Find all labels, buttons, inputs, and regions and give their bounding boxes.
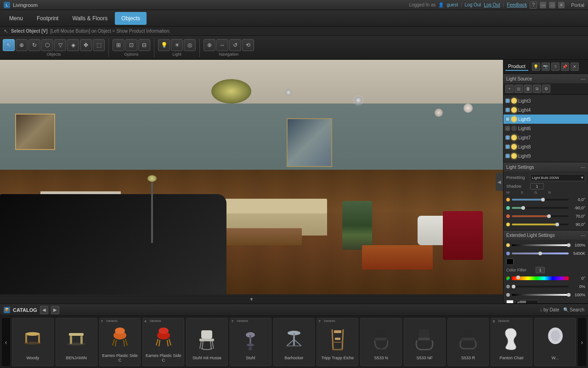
light-item-light8[interactable]: I Light8	[503, 142, 588, 151]
viewport[interactable]: ◀ ▼	[0, 60, 503, 304]
extended-light-collapse[interactable]: —	[581, 233, 585, 238]
light-settings-header[interactable]: Light Settings —	[503, 162, 588, 172]
tool8[interactable]: ⬚	[93, 39, 105, 51]
light-item-light9[interactable]: I Light9	[503, 151, 588, 161]
light2[interactable]: ☀	[171, 39, 183, 51]
light3[interactable]: ◎	[184, 39, 196, 51]
light-item-light7[interactable]: I Light7	[503, 133, 588, 142]
slider-thumb-1[interactable]	[541, 198, 545, 201]
light1[interactable]: 💡	[158, 39, 170, 51]
light-delete[interactable]: 🗑	[524, 85, 532, 93]
catalog-scroll-left[interactable]: ‹	[2, 318, 10, 366]
catalog-sort[interactable]: ↓ by Date	[540, 307, 559, 312]
panel-icon-light[interactable]: 💡	[532, 63, 540, 71]
footprint-button[interactable]: Footprint	[30, 12, 65, 25]
light-item-light6[interactable]: O Light6	[503, 124, 588, 133]
help-btn[interactable]: ?	[530, 1, 537, 9]
light7-toggle[interactable]: I	[505, 135, 510, 140]
slider-track-4[interactable]	[512, 224, 569, 225]
black-swatch[interactable]	[506, 259, 514, 265]
tool7[interactable]: ✤	[80, 39, 92, 51]
catalog-toggle[interactable]: ▼	[0, 294, 503, 304]
tool6[interactable]: ◈	[67, 39, 79, 51]
panel-icon-cam[interactable]: 📷	[542, 63, 550, 71]
product-tab[interactable]: Product	[505, 63, 528, 71]
hex-input[interactable]: #ffffff	[515, 300, 538, 304]
light-source-header[interactable]: Light Source —	[503, 74, 588, 83]
catalog-scroll-right[interactable]: ›	[578, 318, 586, 366]
brightness2-slider[interactable]	[512, 286, 569, 288]
logout-link[interactable]: Log Out	[465, 2, 481, 7]
nav2[interactable]: ↔	[216, 39, 228, 51]
win-maximize[interactable]: □	[549, 2, 555, 8]
slider-thumb-4[interactable]	[555, 223, 559, 226]
feedback-link[interactable]: Feedback	[507, 2, 527, 7]
brightness2-thumb[interactable]	[512, 285, 515, 288]
light-toggle-all[interactable]: ◎	[514, 85, 523, 93]
color-temp-thumb[interactable]	[538, 252, 542, 255]
shadow-input[interactable]: 1	[530, 183, 544, 190]
nav4[interactable]: ⟲	[242, 39, 254, 51]
slider-track-2[interactable]	[512, 207, 569, 209]
presetting-dropdown[interactable]: Light Bulb 200W ▾	[530, 174, 585, 181]
slider-thumb-2[interactable]	[521, 206, 525, 210]
panel-icon-close[interactable]: ✕	[571, 63, 579, 71]
catalog-item-s533nf[interactable]: S533 NF	[404, 318, 446, 366]
light-copy[interactable]: ⧉	[533, 85, 541, 93]
catalog-item-eames2[interactable]: 4 Variants Eames Plastic Side C	[142, 318, 184, 366]
catalog-search[interactable]: 🔍 Search	[563, 307, 584, 312]
color-filter-input[interactable]: 1	[536, 267, 545, 273]
win-close[interactable]: ✕	[558, 2, 565, 8]
catalog-item-panton[interactable]: 3 Variants Panton Chair	[491, 318, 532, 366]
light5-toggle[interactable]: I	[505, 117, 510, 121]
light-item-light4[interactable]: I Light4	[503, 105, 588, 115]
slider-track-1[interactable]	[512, 199, 569, 201]
opt2[interactable]: ⊡	[125, 39, 137, 51]
brightness-thumb[interactable]	[567, 243, 571, 247]
opt3[interactable]: ⊟	[138, 39, 150, 51]
light-item-light5[interactable]: I Light5	[503, 115, 588, 124]
light-item-light3[interactable]: I Light3	[503, 96, 588, 105]
rotate-tool[interactable]: ↻	[28, 39, 40, 51]
objects-button[interactable]: Objects	[115, 12, 147, 25]
white-swatch[interactable]	[506, 300, 514, 304]
catalog-item-woody[interactable]: Woody	[12, 318, 54, 366]
tool5[interactable]: ▽	[54, 39, 66, 51]
opacity-thumb[interactable]	[567, 293, 571, 297]
brightness-slider[interactable]	[512, 244, 569, 246]
catalog-item-w[interactable]: W...	[534, 318, 576, 366]
light-source-collapse[interactable]: —	[581, 76, 585, 81]
light-add[interactable]: +	[505, 85, 514, 93]
slider-thumb-3[interactable]	[547, 214, 551, 218]
opt1[interactable]: ⊞	[113, 39, 124, 51]
light-settings-collapse[interactable]: —	[581, 165, 585, 170]
light3-toggle[interactable]: I	[505, 98, 510, 103]
menu-button[interactable]: Menu	[3, 12, 29, 25]
nav1[interactable]: ⊕	[204, 39, 215, 51]
catalog-item-barhocker[interactable]: Barhocker	[273, 318, 315, 366]
panel-icon-help[interactable]: ?	[551, 63, 560, 71]
scale-tool[interactable]: ⬡	[41, 39, 53, 51]
catalog-next-page[interactable]: ▶	[51, 306, 59, 314]
win-minimize[interactable]: —	[540, 2, 546, 8]
color-temp-slider[interactable]	[512, 253, 569, 254]
slider-track-3[interactable]	[512, 215, 569, 217]
select-tool[interactable]: ↖	[3, 39, 15, 51]
catalog-item-s533n[interactable]: S533 N	[360, 318, 402, 366]
catalog-item-eames1[interactable]: 7 Variants Eames Plastic Side C	[99, 318, 141, 366]
catalog-item-tripp[interactable]: 7 Variants Tripp Trapp Eiche	[317, 318, 358, 366]
panel-icon-pin[interactable]: 📌	[561, 63, 569, 71]
panel-collapse-arrow[interactable]: ◀	[496, 172, 503, 191]
catalog-item-stuhl[interactable]: 7 Variants Stuhl	[230, 318, 271, 366]
catalog-item-benjamin[interactable]: BENJAMIN	[56, 318, 97, 366]
portal-label[interactable]: Portal	[571, 2, 584, 8]
catalog-item-stuhl-husse[interactable]: Stuhl mit Husse	[186, 318, 228, 366]
rainbow-slider[interactable]	[512, 276, 569, 280]
light-settings-btn[interactable]: ⚙	[542, 85, 550, 93]
move-tool[interactable]: ⊕	[16, 39, 28, 51]
catalog-item-s533r[interactable]: S533 R	[447, 318, 489, 366]
rainbow-thumb[interactable]	[516, 276, 520, 279]
light4-toggle[interactable]: I	[505, 108, 510, 112]
extended-light-header[interactable]: Extended Light Settings —	[503, 230, 588, 240]
opacity-slider[interactable]	[512, 294, 569, 296]
